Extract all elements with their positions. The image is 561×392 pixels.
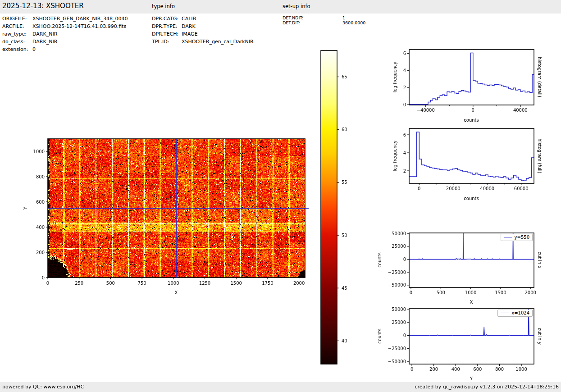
- file-info-row-origfile: ORIGFILE:XSHOOTER_GEN_DARK_NIR_348_0040: [2, 15, 128, 23]
- field-label: DPR.CATG:: [152, 15, 182, 23]
- svg-text:2: 2: [403, 169, 406, 173]
- field-label: DPR.TYPE:: [152, 23, 182, 30]
- svg-text:400: 400: [452, 367, 460, 372]
- svg-text:2: 2: [403, 85, 406, 90]
- svg-text:−50000: −50000: [388, 283, 406, 287]
- field-label: do_class:: [2, 38, 32, 46]
- field-value: 0: [32, 46, 36, 52]
- svg-text:0: 0: [410, 367, 413, 372]
- svg-text:200: 200: [429, 367, 438, 372]
- hist-full-yaxis-label: log frequency: [392, 141, 397, 172]
- legend-line-sample: [501, 313, 509, 313]
- hist-detail-xaxis-label: counts: [464, 118, 479, 123]
- crosshair-horizontal-line: [48, 208, 309, 208]
- section-heading-type-info: type info: [152, 3, 175, 9]
- type-info-row-dprtype: DPR.TYPE:DARK: [152, 23, 254, 30]
- image-xaxis-label: X: [175, 290, 178, 295]
- hist-full-side-label: histogram (full): [537, 138, 542, 173]
- svg-text:50000: 50000: [392, 231, 406, 236]
- field-label: DET.NDIT:: [283, 15, 342, 20]
- svg-text:0: 0: [472, 108, 474, 113]
- header-bar: 2025-12-13: XSHOOTER type info set-up in…: [0, 0, 561, 14]
- svg-text:1250: 1250: [199, 281, 210, 286]
- cut-y-legend: x=1024: [497, 310, 533, 317]
- field-value: 1: [342, 15, 345, 20]
- svg-text:40: 40: [342, 338, 347, 343]
- field-value: IMAGE: [182, 31, 198, 37]
- qc-report-page: 2025-12-13: XSHOOTER type info set-up in…: [0, 0, 561, 392]
- svg-text:1500: 1500: [230, 281, 242, 286]
- setup-info-block: DET.NDIT:1 DET.DIT:3600.0000: [283, 15, 365, 25]
- footer-powered-by: powered by QC: www.eso.org/HC: [2, 384, 84, 390]
- type-info-row-tplid: TPL.ID:XSHOOTER_gen_cal_DarkNIR: [152, 38, 254, 46]
- svg-text:1750: 1750: [262, 281, 273, 286]
- svg-text:800: 800: [495, 367, 504, 372]
- svg-text:2000: 2000: [293, 281, 305, 286]
- svg-text:−40000: −40000: [417, 108, 435, 113]
- page-title: 2025-12-13: XSHOOTER: [2, 2, 84, 10]
- svg-text:0: 0: [42, 275, 45, 280]
- svg-text:0: 0: [403, 102, 406, 107]
- legend-label: x=1024: [511, 310, 529, 315]
- svg-text:0: 0: [410, 290, 412, 295]
- type-info-row-dprtech: DPR.TECH:IMAGE: [152, 30, 254, 38]
- hist-detail-side-label: histogram (detail): [537, 57, 542, 97]
- cut-x-legend: y=550: [501, 234, 533, 241]
- svg-text:0: 0: [418, 186, 420, 191]
- file-info-block: ORIGFILE:XSHOOTER_GEN_DARK_NIR_348_0040 …: [2, 15, 128, 53]
- field-value: XSHOO.2025-12-14T16:41:03.990.fits: [32, 23, 126, 29]
- svg-text:400: 400: [36, 225, 45, 230]
- svg-text:6: 6: [403, 51, 406, 56]
- svg-text:60000: 60000: [514, 186, 529, 191]
- field-label: ORIGFILE:: [2, 15, 32, 23]
- field-value: DARK_NIR: [32, 39, 57, 45]
- svg-text:20000: 20000: [446, 186, 461, 191]
- svg-text:200: 200: [36, 250, 45, 255]
- svg-text:0: 0: [403, 257, 406, 262]
- svg-text:25000: 25000: [392, 320, 406, 325]
- svg-text:0: 0: [403, 333, 406, 338]
- svg-text:50: 50: [342, 233, 347, 238]
- field-label: TPL.ID:: [152, 38, 182, 46]
- field-value: 3600.0000: [342, 20, 365, 25]
- svg-text:40000: 40000: [480, 186, 494, 191]
- setup-info-row-dit: DET.DIT:3600.0000: [283, 20, 365, 25]
- legend-line-sample: [504, 237, 512, 237]
- cut-x-xaxis-label: X: [470, 300, 473, 305]
- cut-y-side-label: cut in y: [537, 328, 542, 344]
- svg-text:4: 4: [403, 68, 406, 73]
- field-value: CALIB: [182, 16, 196, 22]
- svg-text:4: 4: [403, 150, 406, 155]
- field-label: ARCFILE:: [2, 23, 32, 30]
- file-info-row-rawtype: raw_type:DARK_NIR: [2, 30, 128, 38]
- section-heading-setup-info: set-up info: [283, 3, 310, 9]
- colorbar-gradient: [321, 50, 337, 364]
- type-info-block: DPR.CATG:CALIB DPR.TYPE:DARK DPR.TECH:IM…: [152, 15, 254, 46]
- cut-x-side-label: cut in x: [537, 251, 542, 268]
- svg-text:65: 65: [342, 74, 347, 79]
- hist-full-xaxis-label: counts: [464, 196, 479, 201]
- field-value: DARK_NIR: [32, 31, 57, 37]
- svg-text:750: 750: [138, 281, 146, 286]
- svg-text:500: 500: [437, 290, 445, 295]
- svg-text:55: 55: [342, 180, 347, 185]
- svg-text:1000: 1000: [515, 367, 527, 372]
- svg-text:−25000: −25000: [388, 270, 406, 275]
- cut-y-yaxis-label: counts: [377, 328, 382, 343]
- svg-text:1000: 1000: [465, 290, 476, 295]
- field-label: DPR.TECH:: [152, 30, 182, 38]
- cut-x-yaxis-label: counts: [377, 252, 382, 267]
- svg-text:250: 250: [75, 281, 83, 286]
- svg-text:25000: 25000: [392, 244, 406, 249]
- legend-label: y=550: [515, 235, 529, 240]
- hist-detail-yaxis-label: log frequency: [392, 62, 397, 93]
- cut-y-xaxis-label: Y: [470, 376, 473, 381]
- svg-text:−50000: −50000: [388, 359, 406, 364]
- footer-created-by: created by qc_rawdisp.py v1.2.3 on 2025-…: [415, 384, 559, 390]
- svg-text:1000: 1000: [33, 149, 45, 154]
- svg-text:600: 600: [473, 367, 482, 372]
- setup-info-row-ndit: DET.NDIT:1: [283, 15, 365, 20]
- image-yaxis-label: Y: [23, 207, 28, 210]
- svg-text:40000: 40000: [513, 108, 528, 113]
- type-info-row-dprcatg: DPR.CATG:CALIB: [152, 15, 254, 23]
